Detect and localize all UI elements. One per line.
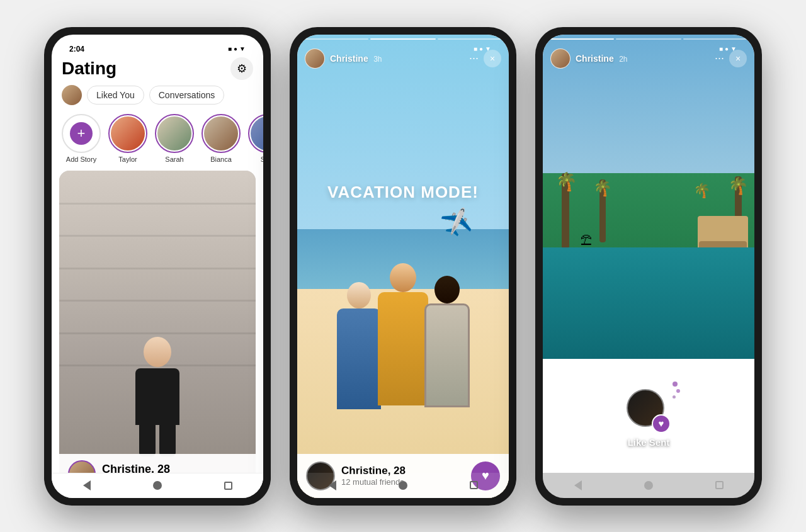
vacation-mode-text: VACATION MODE! [327,183,479,202]
home-button-2[interactable] [394,476,412,495]
palm-leaves-1: 🌴 [555,173,577,191]
palm-leaves-2: 🌴 [593,179,612,197]
back-button-2[interactable] [323,476,342,495]
battery-icon-3: ■ [719,45,723,52]
palm-leaves-3: 🌴 [728,176,748,196]
settings-button[interactable]: ⚙ [230,57,253,80]
app-title: Dating [62,59,116,79]
dot-3 [673,395,676,399]
story-sp[interactable]: Sp... [248,114,263,163]
home-button-3[interactable] [639,476,658,495]
signal-icon-3: ● [725,45,729,52]
story-screen-2[interactable]: Christine 3h ··· × VACATION MODE! ✈️ [297,35,509,498]
add-story-circle: + [62,114,101,153]
p3-head [434,276,460,303]
story-progress-2 [304,38,502,40]
phone-1-screen: 2:04 ■ ● ▼ Dating ⚙ Liked You [52,35,263,498]
person-3 [422,276,472,408]
sp-name: Sp... [261,156,263,163]
home-icon-3 [644,481,653,490]
prog-bar-2 [370,38,435,40]
taylor-circle [108,114,147,153]
pool-palms: 🌴 🌴 🌴 🌴 ⛱ [543,173,754,358]
p2-head [390,263,416,292]
signal-icon: ● [234,45,237,52]
taylor-name: Taylor [118,156,137,163]
gear-icon: ⚙ [237,62,247,76]
phone-2: ■ ● ▼ Christine [290,27,516,506]
prog-bar-3-2 [616,38,681,40]
status-bar-1: 2:04 ■ ● ▼ [59,42,256,56]
like-dots [673,382,680,399]
add-plus-icon: + [70,122,93,145]
wifi-icon-2: ▼ [485,45,491,52]
person-head [144,337,171,367]
recents-button-1[interactable] [219,476,237,495]
p2-body [378,292,428,405]
prog-bar-1 [304,38,368,40]
android-nav-3 [543,473,754,498]
like-sent-overlay: ♥ Like Sent [627,389,671,448]
story-sarah[interactable]: Sarah [155,114,194,163]
recents-icon-3 [715,481,724,489]
home-button-1[interactable] [148,476,167,495]
profile-avatar-small[interactable] [62,85,82,105]
like-sent-avatar-wrap: ♥ [627,389,671,433]
wifi-icon: ▼ [239,45,246,52]
pool-water [543,247,754,359]
add-story-item[interactable]: + Add Story [62,114,101,163]
story-screen-3[interactable]: 🌴 🌴 🌴 🌴 ⛱ [543,35,754,498]
person-leg-right [159,425,176,456]
profile-card[interactable]: Christine, 28 12 mutual friends [59,171,256,494]
phone-2-screen: ■ ● ▼ Christine [297,35,509,498]
stair-5 [59,332,256,334]
people-group [327,244,479,408]
recents-button-3[interactable] [710,476,729,495]
story-taylor[interactable]: Taylor [108,114,147,163]
status-time-1: 2:04 [69,45,84,54]
bianca-avatar [204,116,238,150]
bianca-circle [202,114,241,153]
sp-circle [248,114,263,153]
person-torso [135,368,179,425]
heart-icon-3: ♥ [659,418,664,429]
stories-row: + Add Story Taylor Sarah [52,110,263,167]
person-figure [120,337,195,463]
p3-body [424,303,470,407]
sp-avatar [251,116,263,150]
recents-button-2[interactable] [464,476,483,495]
like-sent-label: Like Sent [628,437,670,448]
stair-1 [59,203,256,205]
signal-icon-2: ● [479,45,483,52]
stair-2 [59,235,256,237]
phone-3: ■ ● ▼ 🌴 🌴 🌴 🌴 [535,27,762,506]
home-icon-2 [399,481,407,490]
android-nav-2 [297,473,509,498]
recents-icon-2 [470,481,478,489]
conversations-chip[interactable]: Conversations [149,86,225,105]
beach-people-visual [321,238,485,408]
back-button-1[interactable] [77,476,96,495]
umbrella: ⛱ [581,234,592,247]
back-icon-3 [574,480,582,490]
phone-1: 2:04 ■ ● ▼ Dating ⚙ Liked You [44,27,271,506]
android-nav-1 [52,473,263,498]
prog-bar-3-1 [549,38,614,40]
back-icon-2 [329,480,336,490]
back-icon-1 [83,480,91,490]
story-bianca[interactable]: Bianca [202,114,241,163]
status-icons-3: ■ ● ▼ [719,45,737,52]
phone-3-screen: ■ ● ▼ 🌴 🌴 🌴 🌴 [543,35,754,498]
back-button-3[interactable] [569,476,587,495]
p1-head [347,282,371,308]
status-bar-2: ■ ● ▼ [305,42,501,56]
prog-bar-3-3 [683,38,748,40]
filter-row: Liked You Conversations [52,82,263,110]
sarah-name: Sarah [165,156,183,163]
person-lower [120,425,195,456]
battery-icon-2: ■ [474,45,477,52]
like-sent-heart: ♥ [652,414,671,433]
sarah-avatar [157,116,191,150]
status-icons-1: ■ ● ▼ [228,45,246,52]
liked-you-chip[interactable]: Liked You [87,86,144,105]
